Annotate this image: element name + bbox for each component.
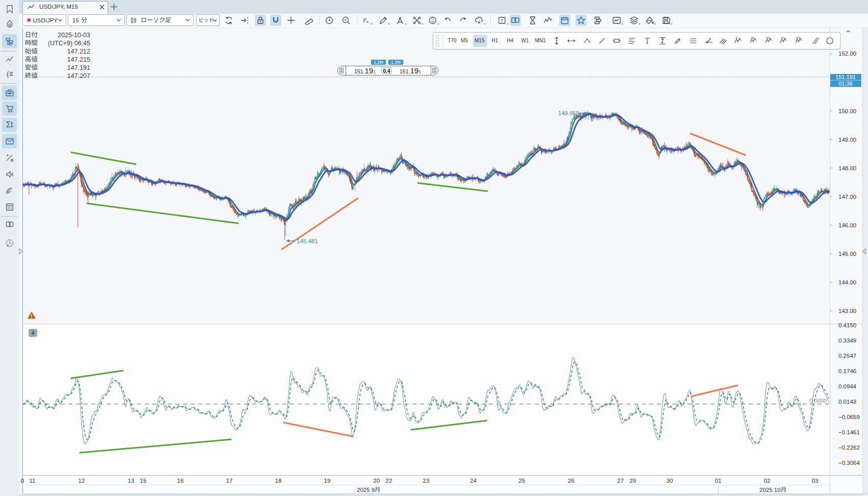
svg-text:23: 23: [423, 478, 430, 484]
svg-text:147.212: 147.212: [67, 48, 90, 55]
svg-text:147.215: 147.215: [67, 56, 90, 63]
svg-text:147.00: 147.00: [838, 194, 856, 200]
svg-text:12: 12: [78, 478, 85, 484]
svg-text:−0.1461: −0.1461: [838, 429, 860, 435]
svg-text:148.00: 148.00: [838, 165, 856, 171]
svg-text:−0.0659: −0.0659: [838, 414, 860, 420]
svg-text:2025 9: 2025 9: [357, 487, 375, 493]
svg-text:01:36: 01:36: [838, 81, 853, 87]
svg-text:147.207: 147.207: [67, 72, 90, 80]
svg-text:143.00: 143.00: [838, 308, 856, 314]
svg-text:13: 13: [128, 478, 135, 484]
svg-text:22: 22: [386, 478, 392, 484]
svg-text:27: 27: [617, 478, 624, 484]
svg-text:26: 26: [568, 478, 574, 484]
svg-text:0.0944: 0.0944: [838, 383, 857, 389]
svg-text:0.0000: 0.0000: [809, 398, 827, 404]
svg-text:−0.2262: −0.2262: [838, 445, 860, 451]
svg-text:19: 19: [324, 478, 331, 484]
svg-text:25: 25: [519, 478, 525, 484]
svg-text:2025 10: 2025 10: [759, 487, 781, 493]
svg-text:145.00: 145.00: [838, 251, 856, 257]
svg-text:30: 30: [667, 478, 673, 484]
svg-text:146.00: 146.00: [838, 222, 856, 228]
svg-text:24: 24: [470, 478, 477, 484]
svg-text:01: 01: [715, 478, 722, 484]
svg-text:151.191: 151.191: [835, 74, 856, 80]
svg-text:18: 18: [275, 478, 282, 484]
svg-text:151.195: 151.195: [400, 66, 421, 75]
svg-text:145.481: 145.481: [297, 238, 318, 244]
svg-text:149.955: 149.955: [558, 110, 580, 116]
svg-text:0.1746: 0.1746: [838, 368, 856, 374]
svg-text:15: 15: [140, 478, 147, 484]
svg-text:0.4150: 0.4150: [838, 322, 856, 328]
svg-text:0.3349: 0.3349: [838, 337, 856, 344]
svg-text:0.0143: 0.0143: [838, 399, 856, 405]
svg-text:0.2547: 0.2547: [838, 353, 856, 359]
svg-text:11: 11: [30, 478, 36, 484]
svg-text:149.00: 149.00: [838, 137, 856, 143]
svg-text:−0.3064: −0.3064: [838, 460, 860, 466]
svg-text:29: 29: [629, 478, 636, 484]
svg-text:20: 20: [374, 478, 380, 484]
svg-text:03: 03: [812, 478, 819, 484]
svg-text:150.00: 150.00: [838, 108, 856, 114]
svg-text:(UTC+9) 06:45: (UTC+9) 06:45: [48, 40, 90, 47]
svg-text:144.00: 144.00: [838, 279, 856, 285]
svg-text:2025-10-03: 2025-10-03: [58, 32, 90, 39]
svg-text:151.191: 151.191: [354, 66, 376, 75]
svg-text:152.00: 152.00: [838, 50, 856, 57]
svg-text:17: 17: [226, 478, 233, 484]
svg-text:16: 16: [177, 478, 184, 484]
svg-text:02: 02: [764, 478, 771, 484]
svg-text:0: 0: [21, 478, 24, 484]
svg-text:147.191: 147.191: [67, 64, 90, 71]
svg-text:4: 4: [31, 330, 34, 336]
